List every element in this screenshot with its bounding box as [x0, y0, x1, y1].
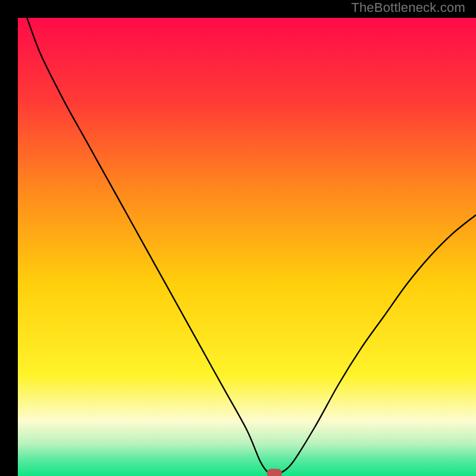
chart-background — [18, 18, 476, 476]
watermark-text: TheBottleneck.com — [351, 0, 465, 15]
optimal-marker — [267, 469, 281, 476]
bottleneck-chart — [18, 18, 476, 476]
chart-frame — [9, 9, 467, 467]
